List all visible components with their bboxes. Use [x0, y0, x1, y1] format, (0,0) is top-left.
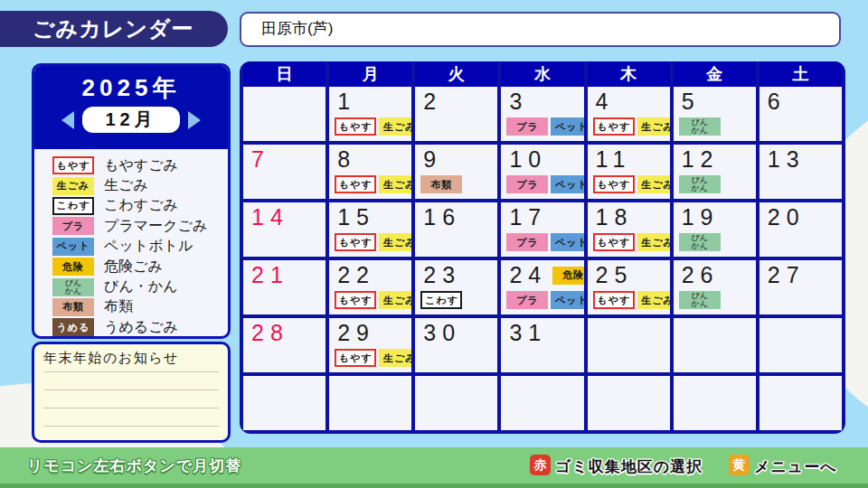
tag-row: もやす生ごみ	[335, 291, 410, 309]
legend-item-label: もやすごみ	[104, 156, 178, 175]
tag-moyasu: もやす	[593, 175, 635, 193]
day-number: 27	[765, 262, 806, 288]
tag-moyasu: もやす	[593, 291, 635, 309]
weekday-header: 水	[501, 61, 583, 87]
day-row: 8	[335, 146, 410, 173]
tag-moyasu: もやす	[593, 117, 635, 136]
calendar-cell-17: 17プラペット	[501, 202, 583, 257]
calendar-cell-1: 1もやす生ごみ	[329, 87, 411, 141]
day-number: 14	[249, 204, 289, 230]
legend-item-binkan: びん かんびん・かん	[52, 277, 228, 296]
tag-namagomi: 生ごみ	[637, 233, 670, 251]
day-number: 4	[593, 89, 615, 115]
yellow-button-label[interactable]: メニューへ	[754, 456, 837, 477]
day-row: 14	[249, 204, 324, 230]
day-number: 22	[335, 262, 375, 288]
calendar-cell-empty	[501, 376, 583, 430]
day-row: 10	[506, 146, 581, 173]
tag-pura: プラ	[506, 291, 548, 309]
day-row: 16	[420, 204, 495, 230]
next-month-arrow-icon[interactable]	[188, 111, 201, 129]
weekday-header: 木	[588, 61, 670, 87]
legend-item-label: びん・かん	[104, 277, 178, 296]
weekday-header: 金	[674, 61, 756, 87]
legend-item-umeru: うめるうめるごみ	[52, 317, 228, 337]
day-number: 9	[420, 146, 442, 173]
calendar-cell-5: 5びん かん	[674, 87, 756, 141]
day-row: 11	[593, 146, 668, 173]
day-row: 15	[335, 204, 410, 230]
tag-moyasu: もやす	[335, 349, 376, 367]
tag-binkan: びん かん	[679, 291, 721, 309]
month-selector: 12月	[34, 107, 228, 133]
tag-kowasu: こわす	[52, 197, 94, 215]
tag-namagomi: 生ごみ	[379, 117, 411, 136]
tag-row: もやす生ごみ	[335, 233, 410, 251]
legend-item-label: 危険ごみ	[104, 258, 163, 277]
tag-petto: ペット	[52, 238, 94, 256]
legend: もやすもやすごみ生ごみ生ごみこわすこわすごみプラプラマークごみペットペットボトル…	[34, 149, 228, 338]
tag-namagomi: 生ごみ	[637, 175, 670, 193]
calendar-cell-16: 16	[415, 202, 497, 257]
tag-row: 布類	[420, 175, 495, 193]
legend-item-label: 布類	[104, 297, 133, 316]
red-button[interactable]: 赤	[530, 455, 551, 475]
tag-row: びん かん	[679, 291, 754, 309]
day-row: 19	[679, 204, 754, 230]
calendar-cell-21: 21	[243, 260, 326, 314]
red-button-label[interactable]: ゴミ収集地区の選択	[555, 456, 703, 477]
calendar-cell-23: 23こわす	[415, 260, 497, 314]
day-row: 17	[506, 204, 581, 230]
page-title: ごみカレンダー	[0, 11, 228, 47]
calendar-cell-empty	[243, 87, 326, 141]
tag-umeru: うめる	[52, 318, 94, 336]
tag-moyasu: もやす	[335, 291, 376, 309]
tag-row: もやす生ごみ	[593, 291, 668, 309]
day-number: 23	[420, 262, 461, 288]
tag-namagomi: 生ごみ	[379, 349, 411, 367]
tag-binkan: びん かん	[679, 233, 721, 251]
yellow-button[interactable]: 黄	[729, 455, 750, 475]
calendar-cell-26: 26びん かん	[674, 260, 756, 314]
legend-item-label: 生ごみ	[104, 176, 148, 195]
month-panel-header: 2025年 12月	[34, 66, 228, 149]
region-selector[interactable]: 田原市(芦)	[240, 12, 841, 47]
notice-ruled-line	[43, 372, 219, 390]
tag-namagomi: 生ごみ	[637, 117, 670, 136]
legend-item-label: ペットボトル	[104, 237, 193, 256]
tag-pura: プラ	[506, 233, 548, 251]
legend-item-fuirui: 布類布類	[52, 297, 228, 317]
day-row: 31	[506, 320, 581, 346]
calendar-cell-empty	[760, 376, 842, 430]
weekday-header-row: 日月火水木金土	[243, 61, 842, 87]
tag-pura: プラ	[52, 217, 94, 235]
day-number: 16	[420, 204, 461, 230]
tag-binkan: びん かん	[52, 278, 94, 296]
calendar-cell-28: 28	[243, 318, 326, 372]
calendar: 日月火水木金土 1もやす生ごみ23プラペット4もやす生ごみ5びん かん678もや…	[240, 61, 845, 434]
legend-item-petto: ペットペットボトル	[52, 237, 228, 257]
prev-month-arrow-icon[interactable]	[61, 111, 74, 129]
calendar-cell-25: 25もやす生ごみ	[588, 260, 670, 314]
tag-row: びん かん	[679, 233, 754, 251]
calendar-cell-empty	[243, 376, 326, 430]
calendar-cell-11: 11もやす生ごみ	[588, 145, 670, 199]
day-row: 6	[765, 89, 840, 115]
tag-row: プラペット	[506, 291, 581, 309]
calendar-cell-15: 15もやす生ごみ	[329, 202, 411, 257]
notice-ruled-line	[43, 408, 219, 427]
calendar-cell-31: 31	[501, 318, 583, 372]
day-number: 17	[506, 204, 547, 230]
calendar-cell-empty	[674, 376, 756, 430]
calendar-cell-empty	[415, 376, 497, 430]
day-number: 11	[593, 146, 632, 173]
tag-moyasu: もやす	[335, 233, 376, 251]
month-label: 12月	[82, 107, 180, 133]
day-row: 29	[335, 320, 410, 346]
weekday-header: 火	[415, 61, 497, 87]
legend-item-namagomi: 生ごみ生ごみ	[52, 175, 228, 195]
day-row: 13	[765, 146, 840, 173]
weekday-header: 土	[760, 61, 842, 87]
day-row: 1	[335, 89, 410, 115]
day-number: 1	[335, 89, 356, 115]
